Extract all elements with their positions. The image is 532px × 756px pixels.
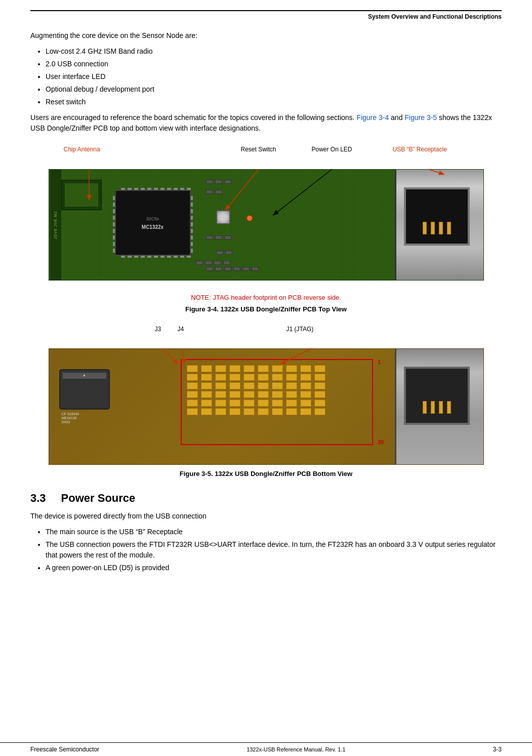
- pcb-green-board: JDVE.JVE.M2: [49, 169, 484, 281]
- lead: [191, 216, 193, 220]
- lead: [147, 256, 151, 258]
- features-list: Low-cost 2.4 GHz ISM Band radio 2.0 USB …: [46, 46, 502, 107]
- list-item: Low-cost 2.4 GHz ISM Band radio: [46, 46, 502, 57]
- ic-chip-name: MC1322x: [142, 224, 163, 230]
- lead: [167, 256, 171, 258]
- body-paragraph: Users are encouraged to reference the bo…: [30, 112, 502, 134]
- figure-3-4-caption: Figure 3-4. 1322x USB Dongle/Zniffer PCB…: [30, 305, 502, 313]
- jtag-pin: [187, 382, 198, 389]
- smd: [206, 190, 213, 194]
- usb-pin: [447, 222, 451, 234]
- smd: [215, 190, 222, 194]
- lead: [191, 203, 193, 207]
- jtag-connector-box: 1 20: [181, 359, 373, 445]
- jtag-pin: [314, 400, 325, 407]
- lead: [180, 256, 184, 258]
- lead: [113, 235, 115, 240]
- pcb-bottom-image: ▲ CF 318040 ME3410K D403: [49, 348, 484, 465]
- smd: [225, 251, 232, 255]
- jtag-pin: [272, 365, 283, 372]
- list-item: User interface LED: [46, 71, 502, 82]
- jtag-pin: [201, 382, 212, 389]
- power-source-list: The main source is the USB “B” Receptacl…: [46, 527, 502, 573]
- pcb-side-text: JDVE.JVE.M2: [54, 211, 57, 238]
- main-ic-chip: 32C5x MC1322x: [115, 190, 191, 256]
- smd: [205, 261, 212, 265]
- section-3-3-body: The device is powered directly from the …: [30, 511, 502, 522]
- jtag-pin: [215, 391, 226, 398]
- jtag-pin: [215, 382, 226, 389]
- section-title: Power Source: [61, 492, 136, 505]
- figure-3-5-link[interactable]: Figure 3-5: [404, 113, 437, 122]
- usb-pin: [423, 222, 427, 234]
- usb-pin: [439, 401, 443, 414]
- jtag-pin: [243, 400, 255, 407]
- lead: [121, 188, 125, 190]
- list-item: 2.0 USB connection: [46, 59, 502, 69]
- smd: [216, 251, 223, 255]
- bottom-usb-pins: [423, 401, 451, 414]
- smd: [214, 261, 221, 265]
- smd: [242, 267, 250, 271]
- jtag-pin: [314, 374, 325, 381]
- jtag-pin: [187, 408, 198, 415]
- smd: [215, 267, 222, 271]
- lead: [191, 209, 193, 213]
- smd: [252, 267, 259, 271]
- lead: [113, 196, 115, 200]
- lead: [154, 188, 158, 190]
- lead: [160, 188, 165, 190]
- jtag-pin: [201, 374, 212, 381]
- ic-leads-bottom: [121, 256, 191, 258]
- jtag-pin: [314, 365, 325, 372]
- usb-receptacle-label: USB “B” Receptacle: [393, 146, 447, 153]
- figure-3-4-note: NOTE: JTAG header footprint on PCB rever…: [30, 294, 502, 301]
- jtag-pin: [272, 391, 283, 398]
- jtag-pin: [272, 408, 283, 415]
- jtag-pin: [258, 391, 269, 398]
- smd: [196, 261, 203, 265]
- lead: [174, 188, 178, 190]
- figure-3-4-pcb-wrapper: Chip Antenna Reset Switch Power On LED U…: [49, 144, 484, 291]
- figure-3-4-link[interactable]: Figure 3-4: [356, 113, 389, 122]
- usb-pins: [423, 222, 451, 234]
- usb-pin: [423, 401, 427, 414]
- page-header: System Overview and Functional Descripti…: [30, 10, 502, 20]
- header-title: System Overview and Functional Descripti…: [368, 13, 502, 20]
- smd: [206, 235, 213, 240]
- smd-components-bottom: [206, 267, 259, 271]
- bottom-usb-cavity: [404, 367, 470, 425]
- jtag-pin: [300, 400, 311, 407]
- smd: [206, 267, 213, 271]
- jtag-pin: [258, 408, 269, 415]
- lead: [113, 242, 115, 246]
- list-item: The main source is the USB “B” Receptacl…: [46, 527, 502, 537]
- footer-left: Freescale Semiconductor: [30, 746, 99, 753]
- lead: [191, 235, 193, 240]
- reset-button-face: [217, 211, 229, 223]
- ic-center-content: 32C5x MC1322x: [142, 216, 163, 230]
- lead: [134, 256, 138, 258]
- bottom-left-ic: ▲: [59, 369, 110, 410]
- section-number: 3.3: [30, 492, 46, 505]
- j1-jtag-label: J1 (JTAG): [287, 326, 314, 333]
- chip-antenna-component: [61, 180, 102, 210]
- lead: [187, 256, 191, 258]
- jtag-pin: [314, 408, 325, 415]
- bottom-usb-connector: [395, 349, 483, 465]
- reset-switch-label: Reset Switch: [241, 146, 276, 153]
- comp-top-bar: ▲: [63, 373, 106, 379]
- lead: [187, 188, 191, 190]
- smd: [215, 180, 222, 184]
- smd-components-4: [216, 251, 232, 255]
- smd: [224, 235, 231, 240]
- power-led-component: [247, 215, 253, 221]
- section-3-3-heading: 3.3 Power Source: [30, 492, 502, 505]
- lead: [191, 222, 193, 226]
- smd-components-3: [206, 235, 231, 240]
- jtag-pin: [229, 408, 240, 415]
- jtag-pin: [258, 400, 269, 407]
- jtag-pin: [286, 408, 297, 415]
- jtag-pin-row: [187, 400, 367, 407]
- bottom-comp-text-1: CF 318040: [62, 412, 79, 416]
